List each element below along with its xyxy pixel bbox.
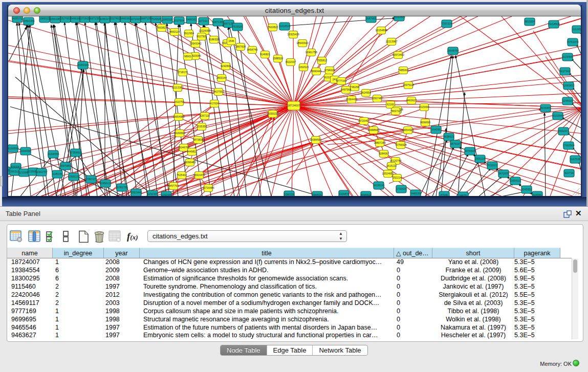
svg-text:6879197: 6879197: [450, 142, 461, 145]
svg-text:1065327: 1065327: [100, 17, 110, 20]
svg-text:12213967: 12213967: [385, 40, 397, 43]
svg-text:1527604: 1527604: [174, 19, 184, 22]
svg-text:2803144: 2803144: [216, 76, 227, 79]
svg-text:6466160: 6466160: [120, 17, 130, 20]
svg-text:1733426: 1733426: [396, 187, 406, 190]
svg-text:16099483: 16099483: [184, 161, 195, 164]
svg-text:1964098: 1964098: [20, 149, 31, 152]
svg-text:16782759: 16782759: [116, 186, 127, 189]
svg-text:10543342: 10543342: [189, 42, 201, 45]
svg-text:16120746: 16120746: [389, 159, 401, 162]
svg-text:70756928: 70756928: [395, 143, 406, 146]
svg-text:18807249: 18807249: [374, 141, 385, 144]
svg-text:8186328: 8186328: [209, 38, 219, 41]
svg-text:12342757: 12342757: [35, 170, 47, 173]
svg-text:1167538: 1167538: [570, 158, 580, 161]
svg-text:8449822: 8449822: [187, 150, 197, 153]
svg-text:2935114: 2935114: [475, 157, 485, 160]
svg-text:19166822: 19166822: [173, 132, 185, 135]
svg-text:7955812: 7955812: [317, 59, 327, 62]
svg-text:1065328: 1065328: [162, 18, 172, 21]
svg-text:10653287: 10653287: [49, 17, 61, 20]
svg-text:7663821: 7663821: [157, 26, 167, 29]
svg-text:10973493: 10973493: [392, 53, 404, 56]
svg-text:19384554: 19384554: [310, 138, 321, 141]
svg-text:62160: 62160: [387, 103, 395, 106]
svg-text:9129966: 9129966: [562, 55, 573, 58]
svg-text:6990443: 6990443: [311, 70, 321, 73]
svg-text:7485063: 7485063: [398, 69, 408, 72]
svg-text:20591406: 20591406: [23, 19, 34, 23]
svg-text:13226058: 13226058: [199, 29, 210, 32]
svg-text:13716485: 13716485: [202, 186, 214, 189]
svg-text:18640910: 18640910: [296, 41, 308, 45]
svg-text:12093822: 12093822: [562, 84, 574, 87]
svg-text:5873834: 5873834: [193, 138, 203, 141]
svg-text:946533: 946533: [411, 192, 420, 195]
svg-text:16210643: 16210643: [552, 114, 563, 117]
svg-text:16648784: 16648784: [447, 49, 459, 52]
svg-text:15751074: 15751074: [567, 40, 578, 43]
svg-text:20053346: 20053346: [77, 63, 89, 67]
svg-text:16961758: 16961758: [305, 51, 317, 54]
svg-text:17010504: 17010504: [562, 144, 574, 147]
svg-text:8454749: 8454749: [247, 48, 257, 51]
svg-text:16671355: 16671355: [89, 17, 100, 20]
svg-text:10507487: 10507487: [371, 97, 383, 100]
svg-text:8267110: 8267110: [200, 114, 210, 117]
svg-text:9227342: 9227342: [560, 70, 570, 73]
svg-text:7515526: 7515526: [232, 25, 243, 28]
svg-text:1546: 1546: [228, 39, 234, 42]
svg-text:1292345: 1292345: [147, 192, 158, 195]
svg-text:17957275: 17957275: [85, 178, 97, 181]
svg-text:9242848: 9242848: [221, 64, 231, 68]
svg-text:19218506: 19218506: [278, 25, 290, 28]
svg-text:3912954: 3912954: [184, 32, 194, 35]
svg-text:8322037: 8322037: [286, 60, 296, 63]
svg-text:1362615: 1362615: [298, 65, 309, 69]
svg-text:9146821: 9146821: [260, 53, 270, 56]
svg-text:6466162: 6466162: [186, 18, 197, 21]
svg-text:19654983: 19654983: [172, 115, 184, 118]
svg-text:9457791: 9457791: [168, 184, 179, 187]
svg-text:9463627: 9463627: [406, 99, 417, 102]
svg-text:7863722: 7863722: [390, 110, 401, 113]
svg-text:10958127: 10958127: [99, 182, 111, 185]
svg-text:16914479: 16914479: [193, 173, 205, 177]
svg-text:7625402: 7625402: [177, 173, 187, 177]
svg-text:7515526: 7515526: [151, 17, 161, 20]
svg-text:7357224: 7357224: [442, 22, 452, 25]
svg-text:8215955: 8215955: [540, 106, 551, 110]
svg-text:9245652: 9245652: [521, 188, 532, 191]
svg-text:13325419: 13325419: [287, 33, 299, 36]
svg-text:13975115: 13975115: [403, 83, 415, 86]
svg-text:3624554: 3624554: [361, 91, 371, 94]
svg-text:9115460: 9115460: [419, 105, 429, 108]
svg-text:1969113: 1969113: [39, 17, 50, 20]
svg-text:0699695: 0699695: [420, 121, 430, 124]
svg-text:6497568: 6497568: [341, 88, 351, 91]
svg-text:7632621: 7632621: [487, 164, 497, 167]
svg-text:417004: 417004: [210, 102, 219, 105]
svg-text:10154838: 10154838: [375, 29, 387, 32]
svg-text:2687682: 2687682: [366, 17, 376, 20]
svg-text:1071917: 1071917: [199, 19, 209, 23]
svg-text:15692971: 15692971: [557, 129, 569, 133]
svg-text:1667135: 1667135: [141, 17, 151, 20]
svg-text:15300235: 15300235: [267, 112, 278, 115]
svg-text:15720407: 15720407: [358, 119, 369, 122]
svg-text:2867608: 2867608: [235, 45, 246, 48]
svg-text:252214: 252214: [393, 176, 401, 179]
svg-text:7663822: 7663822: [268, 26, 278, 29]
svg-text:10671355: 10671355: [212, 20, 224, 24]
svg-text:9777169: 9777169: [336, 79, 346, 82]
svg-text:1145155: 1145155: [52, 172, 62, 176]
svg-text:19218508: 19218508: [548, 23, 559, 26]
svg-text:1615132: 1615132: [386, 164, 397, 167]
svg-text:8471676: 8471676: [498, 172, 509, 175]
svg-text:12923446: 12923446: [130, 191, 142, 194]
svg-text:26160591: 26160591: [8, 147, 19, 150]
svg-text:1244415: 1244415: [562, 99, 573, 102]
svg-text:14055712: 14055712: [11, 17, 23, 20]
svg-text:8660124: 8660124: [169, 30, 180, 33]
